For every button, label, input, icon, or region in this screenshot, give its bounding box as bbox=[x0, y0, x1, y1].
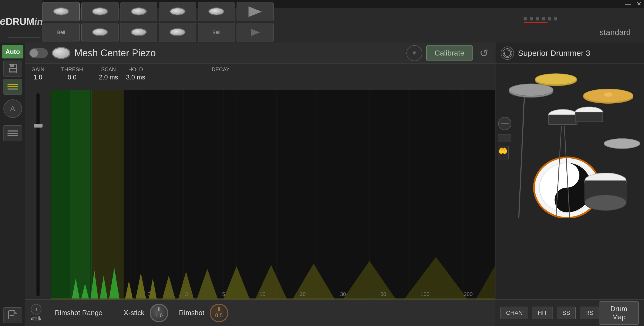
drum-map-button[interactable]: Drum Map bbox=[599, 301, 639, 325]
svg-rect-1 bbox=[10, 64, 14, 67]
svg-rect-38 bbox=[549, 115, 577, 125]
hands-emoji: 🤲 bbox=[498, 147, 508, 155]
svg-point-45 bbox=[563, 196, 571, 204]
auto-button[interactable]: Auto bbox=[2, 45, 23, 58]
rimshot-label: Rimshot bbox=[179, 309, 204, 317]
time-5: 5 bbox=[222, 291, 225, 297]
close-button[interactable]: ✕ bbox=[637, 1, 641, 7]
left-sidebar: Auto A bbox=[0, 43, 25, 326]
logo-underline bbox=[8, 37, 40, 37]
lines-icon-button[interactable] bbox=[3, 79, 22, 95]
hold-value: 3.0 ms bbox=[126, 74, 145, 81]
pad-1[interactable] bbox=[43, 2, 80, 21]
pad-arrow-2[interactable] bbox=[237, 23, 274, 42]
minimize-button[interactable]: — bbox=[625, 1, 631, 7]
pad-row-2: Bell Bell bbox=[43, 23, 538, 42]
time-200: 200 bbox=[464, 291, 473, 297]
save-icon-button[interactable] bbox=[3, 61, 22, 77]
pad-drum-icon-7 bbox=[131, 28, 147, 36]
thresh-value: 0.0 bbox=[68, 74, 76, 81]
menu-icon-button[interactable] bbox=[3, 125, 22, 141]
main-area: Auto A bbox=[0, 43, 644, 326]
calibrate-button[interactable]: Calibrate bbox=[426, 45, 473, 61]
dot bbox=[530, 17, 533, 20]
right-panel: Superior Drummer 3 🤲 bbox=[495, 43, 644, 326]
gain-group: GAIN 1.0 bbox=[25, 64, 50, 81]
circular-arrow-icon bbox=[502, 48, 513, 58]
cowbell-icon[interactable] bbox=[498, 134, 511, 142]
xtalk-label: xtalk bbox=[31, 316, 41, 322]
svg-marker-27 bbox=[503, 52, 505, 54]
pad-8[interactable] bbox=[159, 23, 196, 42]
pad-drum-icon-1 bbox=[53, 7, 69, 15]
svg-point-32 bbox=[604, 92, 612, 97]
line-3 bbox=[7, 88, 18, 90]
toggle-switch[interactable] bbox=[29, 48, 48, 58]
pad-drum-icon-2 bbox=[92, 7, 108, 15]
line-1 bbox=[7, 84, 18, 85]
pad-bell-2[interactable]: Bell bbox=[198, 23, 235, 42]
pad-drum-icon-4 bbox=[170, 7, 186, 15]
yamaha-icon: ✦ bbox=[411, 49, 417, 57]
pad-6[interactable] bbox=[81, 23, 119, 42]
save-icon bbox=[8, 64, 18, 73]
arrow-icon-2 bbox=[251, 29, 260, 36]
time-10: 10 bbox=[259, 291, 265, 297]
hi-hat-pedal-icon[interactable] bbox=[498, 117, 511, 130]
drum-kit-area: 🤲 bbox=[495, 64, 644, 218]
pad-4[interactable] bbox=[159, 2, 196, 21]
gain-slider[interactable] bbox=[36, 93, 40, 297]
xtalk-group: xtalk bbox=[31, 304, 41, 322]
pad-3[interactable] bbox=[120, 2, 157, 21]
xstick-knob[interactable]: 1.0 bbox=[150, 304, 168, 322]
rimshot-knob-line bbox=[218, 307, 220, 311]
dot bbox=[548, 17, 551, 20]
dot bbox=[524, 17, 527, 20]
svg-point-50 bbox=[585, 195, 626, 210]
chan-tab[interactable]: CHAN bbox=[500, 307, 528, 319]
pad-area: Bell Bell bbox=[43, 0, 538, 43]
circle-a-button[interactable]: A bbox=[3, 99, 22, 118]
time-markers: 0 1 2 3 5 10 20 30 50 100 200 bbox=[50, 291, 495, 297]
hands-icon[interactable]: 🤲 bbox=[498, 146, 509, 159]
svg-point-29 bbox=[509, 84, 553, 96]
sensor-drum-icon bbox=[52, 47, 70, 59]
pdf-icon-button[interactable] bbox=[3, 307, 22, 323]
refresh-button[interactable]: ↺ bbox=[477, 46, 491, 60]
xtalk-knob[interactable] bbox=[31, 304, 41, 315]
decay-label: DECAY bbox=[212, 66, 229, 73]
line-2 bbox=[7, 86, 18, 87]
pad-arrow-1[interactable] bbox=[237, 2, 274, 21]
bell-label-2: Bell bbox=[212, 30, 220, 35]
pad-drum-icon-3 bbox=[131, 7, 147, 15]
time-100: 100 bbox=[420, 291, 429, 297]
decay-group: DECAY bbox=[212, 64, 229, 73]
pad-7[interactable] bbox=[120, 23, 157, 42]
svg-rect-41 bbox=[575, 112, 603, 122]
svg-rect-2 bbox=[10, 69, 16, 72]
xstick-knob-line bbox=[158, 307, 159, 311]
svg-line-51 bbox=[519, 97, 524, 218]
pad-bell-1[interactable]: Bell bbox=[43, 23, 80, 42]
time-2: 2 bbox=[148, 291, 150, 297]
logo: eDRUMin bbox=[0, 15, 43, 27]
rs-tab[interactable]: RS bbox=[580, 307, 599, 319]
bottom-controls: xtalk Rimshot Range X-stick 1.0 Rimshot … bbox=[25, 299, 495, 326]
xtalk-knob-indicator bbox=[36, 308, 37, 311]
sd-logo-icon bbox=[501, 46, 514, 60]
toggle-knob bbox=[30, 49, 38, 57]
pad-2[interactable] bbox=[81, 2, 119, 21]
ml-3 bbox=[7, 135, 18, 136]
menu-icon bbox=[7, 130, 18, 136]
pad-drum-icon-6 bbox=[92, 28, 108, 36]
time-3: 3 bbox=[185, 291, 188, 297]
pad-5[interactable] bbox=[198, 2, 235, 21]
ss-tab[interactable]: SS bbox=[557, 307, 576, 319]
scan-group: SCAN 2.0 ms bbox=[99, 64, 118, 81]
rimshot-knob[interactable]: 0.5 bbox=[210, 304, 228, 322]
hit-tab[interactable]: HIT bbox=[532, 307, 553, 319]
time-1: 1 bbox=[110, 291, 113, 297]
pdf-icon bbox=[8, 310, 18, 321]
sensor-name: Mesh Center Piezo bbox=[74, 48, 402, 59]
pad-drum-icon-5 bbox=[208, 7, 224, 15]
